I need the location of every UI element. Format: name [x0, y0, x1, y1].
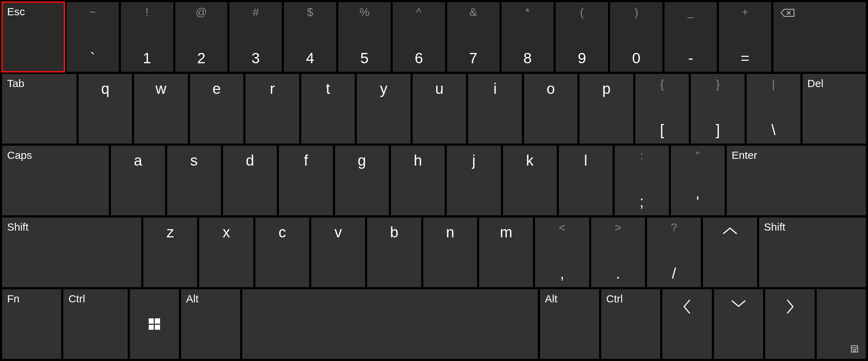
key-label: Alt: [545, 293, 557, 305]
key-label: g: [358, 152, 366, 169]
enter-key[interactable]: Enter: [727, 146, 866, 215]
key-lower: .: [591, 265, 645, 282]
key-upper: :: [615, 149, 668, 162]
key-lower: 2: [175, 50, 228, 67]
key-lower: [: [635, 122, 689, 139]
key-right-bracket[interactable]: } ]: [691, 74, 745, 144]
left-alt-key[interactable]: Alt: [181, 289, 240, 359]
arrow-up-key[interactable]: [703, 217, 757, 287]
backspace-icon: [780, 8, 795, 18]
key-label: Ctrl: [606, 293, 623, 305]
key-0[interactable]: ) 0: [610, 2, 662, 72]
key-lower: 1: [121, 50, 173, 67]
windows-key[interactable]: [130, 289, 179, 359]
key-label: z: [166, 224, 174, 241]
key-lower: ': [671, 193, 725, 210]
left-shift-key[interactable]: Shift: [2, 217, 141, 287]
key-e[interactable]: e: [190, 74, 244, 144]
left-ctrl-key[interactable]: Ctrl: [63, 289, 127, 359]
key-q[interactable]: q: [79, 74, 132, 144]
key-semicolon[interactable]: : ;: [615, 146, 668, 215]
key-l[interactable]: l: [559, 146, 613, 215]
arrow-left-key[interactable]: [662, 289, 711, 359]
key-lower: 6: [393, 50, 445, 67]
key-z[interactable]: z: [143, 217, 197, 287]
key-7[interactable]: & 7: [447, 2, 499, 72]
fn-key[interactable]: Fn: [2, 289, 61, 359]
key-slash[interactable]: ? /: [647, 217, 701, 287]
key-9[interactable]: ( 9: [556, 2, 608, 72]
key-p[interactable]: p: [579, 74, 633, 144]
key-c[interactable]: c: [255, 217, 309, 287]
key-lower: `: [67, 50, 119, 67]
key-r[interactable]: r: [245, 74, 299, 144]
on-screen-keyboard: Esc ~ ` ! 1 @ 2 # 3 $ 4 % 5 ^ 6: [2, 2, 866, 359]
tab-key[interactable]: Tab: [2, 74, 76, 144]
key-t[interactable]: t: [301, 74, 355, 144]
key-label: h: [414, 152, 422, 169]
key-lower: 5: [338, 50, 391, 67]
key-left-bracket[interactable]: { [: [635, 74, 689, 144]
key-j[interactable]: j: [447, 146, 501, 215]
key-b[interactable]: b: [367, 217, 421, 287]
key-backslash[interactable]: | \: [747, 74, 800, 144]
key-3[interactable]: # 3: [229, 2, 282, 72]
key-u[interactable]: u: [413, 74, 466, 144]
right-ctrl-key[interactable]: Ctrl: [601, 289, 660, 359]
key-upper: @: [175, 6, 228, 19]
key-k[interactable]: k: [503, 146, 557, 215]
escape-key[interactable]: Esc: [2, 2, 64, 72]
key-2[interactable]: @ 2: [175, 2, 228, 72]
key-a[interactable]: a: [111, 146, 165, 215]
key-label: Shift: [7, 221, 28, 233]
key-label: i: [493, 80, 497, 97]
key-label: Esc: [7, 6, 25, 18]
key-label: e: [212, 80, 221, 97]
right-alt-key[interactable]: Alt: [540, 289, 599, 359]
key-label: d: [246, 152, 254, 169]
key-n[interactable]: n: [423, 217, 477, 287]
caps-lock-key[interactable]: Caps: [2, 146, 109, 215]
space-key[interactable]: [242, 289, 538, 359]
key-i[interactable]: i: [468, 74, 522, 144]
key-y[interactable]: y: [357, 74, 411, 144]
key-8[interactable]: * 8: [502, 2, 554, 72]
key-s[interactable]: s: [167, 146, 221, 215]
key-quote[interactable]: " ': [671, 146, 725, 215]
key-5[interactable]: % 5: [338, 2, 391, 72]
key-v[interactable]: v: [311, 217, 365, 287]
key-comma[interactable]: < ,: [535, 217, 589, 287]
key-h[interactable]: h: [391, 146, 445, 215]
key-f[interactable]: f: [279, 146, 333, 215]
key-label: c: [279, 224, 286, 241]
key-lower: 4: [284, 50, 336, 67]
key-minus[interactable]: _ -: [665, 2, 717, 72]
key-label: Shift: [764, 221, 785, 233]
key-label: l: [584, 152, 587, 169]
key-equals[interactable]: + =: [719, 2, 771, 72]
arrow-down-key[interactable]: [714, 289, 763, 359]
key-6[interactable]: ^ 6: [393, 2, 445, 72]
chevron-down-icon: [730, 298, 747, 308]
key-g[interactable]: g: [335, 146, 389, 215]
key-x[interactable]: x: [199, 217, 253, 287]
backspace-key[interactable]: [773, 2, 866, 72]
delete-key[interactable]: Del: [803, 74, 866, 144]
key-lower: 9: [556, 50, 608, 67]
key-label: y: [380, 80, 387, 97]
key-o[interactable]: o: [524, 74, 578, 144]
key-d[interactable]: d: [223, 146, 277, 215]
right-shift-key[interactable]: Shift: [759, 217, 866, 287]
key-label: n: [446, 224, 454, 241]
key-m[interactable]: m: [479, 217, 533, 287]
key-lower: ]: [691, 122, 745, 139]
key-upper: }: [691, 77, 745, 91]
options-key[interactable]: [817, 289, 866, 359]
key-label: k: [526, 152, 534, 169]
arrow-right-key[interactable]: [765, 289, 814, 359]
key-period[interactable]: > .: [591, 217, 645, 287]
key-backtick[interactable]: ~ `: [67, 2, 119, 72]
key-4[interactable]: $ 4: [284, 2, 336, 72]
key-w[interactable]: w: [134, 74, 188, 144]
key-1[interactable]: ! 1: [121, 2, 173, 72]
